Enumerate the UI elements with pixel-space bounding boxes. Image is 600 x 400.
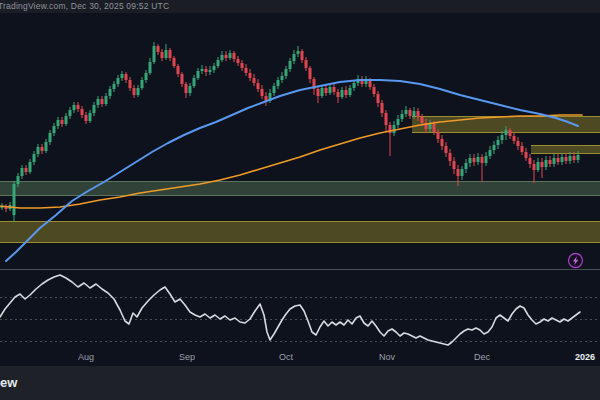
candle [277,80,280,86]
candle [101,99,104,104]
candle [481,157,484,163]
candle [113,84,116,89]
candle [205,69,208,72]
candle [105,96,108,104]
candle [553,158,556,164]
candle [161,52,164,58]
candle [377,94,380,103]
axis-label-sep: Sep [179,352,195,362]
candle [225,55,228,58]
candle [249,73,252,78]
candle [545,160,548,167]
candle [29,162,32,172]
candle [557,158,560,162]
candle [477,157,480,162]
candle [153,46,156,62]
candle [253,78,256,83]
candle [293,54,296,61]
candle [301,51,304,60]
candle [109,89,112,96]
candle [201,69,204,71]
candle [309,68,312,79]
support-zone-full-width [0,181,600,196]
candle [285,69,288,76]
candle [577,155,580,160]
candle [81,109,84,115]
candle [157,46,160,52]
candle [501,135,504,140]
rsi-levels [0,298,600,342]
candle [397,119,400,125]
candle [117,78,120,84]
candle [217,60,220,66]
candle [129,80,132,88]
candle [121,74,124,78]
candle [133,88,136,95]
candle [333,87,336,92]
candle [237,59,240,63]
candle [401,114,404,119]
candle [69,110,72,116]
candle [209,70,212,72]
bottom-strip: ew [0,366,600,400]
candle [73,105,76,110]
candlestick-chart-canvas[interactable] [0,0,600,366]
candle [345,90,348,95]
candle [517,141,520,146]
candle [521,146,524,152]
candle [485,156,488,163]
time-axis: AugSepOctNovDec2026 [0,352,600,365]
candle [165,50,168,58]
candle [41,147,44,151]
candle [65,116,68,124]
flash-boost-icon[interactable] [569,254,583,268]
candle [169,50,172,58]
minor-resistance-zone-right [531,145,600,154]
candle [413,111,416,116]
axis-label-2026: 2026 [575,352,595,362]
tradingview-published-chart: TradingView.com, Dec 30, 2025 09:52 UTC … [0,0,600,400]
candle [381,103,384,113]
candle [513,136,516,141]
candle [145,73,148,80]
candle [373,87,376,94]
candle [409,110,412,116]
candle [177,66,180,74]
candle [321,88,324,96]
candle [509,130,512,136]
tradingview-watermark-cutoff: ew [0,375,17,390]
candle [461,169,464,176]
candle [21,168,24,176]
candle [37,147,40,154]
candle [349,88,352,95]
lower-support-zone-full-width [0,221,600,243]
candle [457,169,460,176]
candle [541,162,544,167]
candle [429,124,432,129]
candle [353,83,356,88]
candle [57,120,60,126]
candle [61,120,64,124]
candle [489,150,492,156]
candle [297,51,300,54]
candle [493,145,496,150]
candle [369,80,372,87]
candle [125,74,128,80]
candle [473,158,476,162]
candle [273,86,276,93]
candle [261,89,264,96]
axis-label-nov: Nov [379,352,395,362]
candle [289,61,292,69]
axis-label-oct: Oct [279,352,293,362]
candle [533,164,536,170]
candle [445,146,448,153]
candle [305,60,308,68]
candle [193,78,196,86]
candle [97,99,100,105]
candle [77,105,80,109]
rsi-line [0,275,580,345]
axis-label-aug: Aug [78,352,94,362]
candle [93,105,96,113]
candle [189,86,192,93]
axis-label-dec: Dec [474,352,490,362]
